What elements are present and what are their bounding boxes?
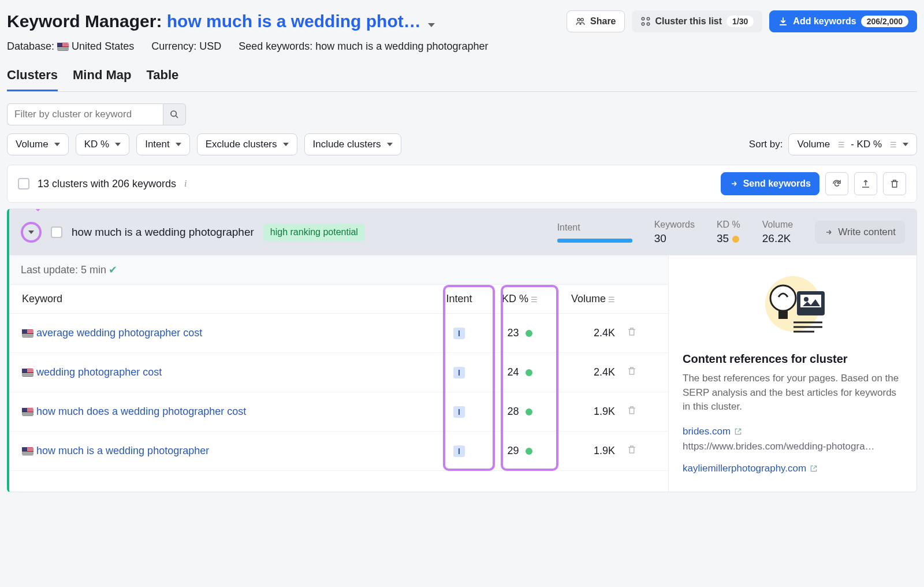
sort-desc-icon: ☰	[838, 140, 845, 149]
database-value: United States	[72, 40, 134, 52]
intent-stat-label: Intent	[557, 222, 632, 233]
filter-search-button[interactable]	[163, 103, 186, 125]
volume-value: 1.9K	[552, 406, 627, 418]
refresh-button[interactable]	[825, 172, 848, 195]
arrow-icon	[729, 179, 739, 188]
chevron-down-icon	[54, 143, 60, 146]
kd-dot-icon	[732, 236, 739, 243]
col-kd[interactable]: KD %☰	[488, 293, 552, 305]
us-flag-icon	[57, 43, 69, 51]
kd-value: 23	[507, 327, 519, 339]
keyword-link[interactable]: how much does a wedding photographer cos…	[36, 406, 246, 417]
cluster-icon	[640, 16, 651, 27]
volume-value: 1.9K	[552, 445, 627, 457]
content-illustration	[683, 269, 903, 341]
share-button[interactable]: Share	[567, 10, 624, 32]
list-name-link[interactable]: how much is a wedding phot…	[167, 12, 421, 31]
page-title-prefix: Keyword Manager:	[7, 12, 162, 31]
volume-value: 2.4K	[552, 327, 627, 339]
sort-by-label: Sort by:	[749, 139, 783, 150]
row-delete-button[interactable]	[627, 405, 655, 418]
keyword-link[interactable]: average wedding photographer cost	[36, 327, 202, 339]
table-row: average wedding photographer cost I 23 2…	[9, 314, 668, 353]
us-flag-icon	[22, 329, 33, 337]
cluster-badge: 1/30	[726, 16, 754, 27]
chevron-down-icon	[387, 143, 393, 146]
volume-value: 2.4K	[552, 366, 627, 378]
tab-mindmap[interactable]: Mind Map	[73, 64, 131, 91]
volume-filter[interactable]: Volume	[7, 133, 69, 155]
row-delete-button[interactable]	[627, 444, 655, 458]
seed-label: Seed keywords:	[239, 40, 312, 52]
cluster-name: how much is a wedding photographer	[72, 226, 254, 239]
info-icon[interactable]: i	[184, 179, 187, 189]
keyword-link[interactable]: how much is a wedding photographer	[36, 445, 209, 456]
currency-label: Currency:	[151, 40, 196, 52]
reference-link[interactable]: kayliemillerphotography.com	[683, 463, 903, 474]
expand-cluster-toggle[interactable]	[21, 222, 42, 243]
content-references-title: Content references for cluster	[683, 352, 903, 366]
keyword-link[interactable]: wedding photographer cost	[36, 366, 162, 378]
clusters-summary: 13 clusters with 206 keywords	[38, 178, 176, 190]
kd-dot-icon	[526, 448, 532, 455]
row-delete-button[interactable]	[627, 326, 655, 340]
reference-url: https://www.brides.com/wedding-photogra…	[683, 441, 903, 452]
intent-chip: I	[453, 367, 465, 378]
svg-point-1	[581, 18, 584, 21]
reference-link[interactable]: brides.com	[683, 426, 903, 437]
sort-icon: ☰	[608, 295, 615, 304]
kd-dot-icon	[526, 330, 532, 337]
add-keywords-button[interactable]: Add keywords 206/2,000	[769, 10, 917, 32]
intent-chip: I	[453, 445, 465, 457]
seed-value: how much is a wedding photographer	[315, 40, 488, 52]
download-icon	[778, 16, 788, 27]
list-dropdown-chevron-icon[interactable]	[428, 23, 435, 27]
cluster-checkbox[interactable]	[51, 226, 62, 238]
table-row: how much does a wedding photographer cos…	[9, 392, 668, 432]
include-clusters-filter[interactable]: Include clusters	[304, 133, 401, 155]
row-delete-button[interactable]	[627, 366, 655, 379]
delete-button[interactable]	[883, 172, 906, 195]
chevron-down-icon	[115, 143, 121, 146]
kd-filter[interactable]: KD %	[76, 133, 129, 155]
external-link-icon	[734, 428, 742, 436]
col-volume[interactable]: Volume☰	[552, 293, 627, 305]
volume-stat-label: Volume	[762, 220, 793, 230]
ranking-potential-badge: high ranking potential	[263, 224, 365, 241]
check-icon: ✔	[109, 264, 117, 276]
export-button[interactable]	[854, 172, 877, 195]
exclude-clusters-filter[interactable]: Exclude clusters	[197, 133, 297, 155]
kd-dot-icon	[526, 369, 532, 376]
col-keyword[interactable]: Keyword	[22, 293, 430, 305]
send-keywords-button[interactable]: Send keywords	[721, 172, 819, 195]
write-content-button[interactable]: Write content	[815, 221, 905, 244]
trash-icon	[627, 326, 637, 337]
search-icon	[170, 110, 179, 119]
sort-icon: ☰	[531, 295, 538, 304]
trash-icon	[889, 179, 900, 189]
us-flag-icon	[22, 408, 33, 416]
external-link-icon	[810, 465, 818, 473]
database-label: Database:	[7, 40, 54, 52]
keywords-stat-label: Keywords	[654, 220, 695, 230]
upload-icon	[860, 179, 871, 189]
intent-bar	[557, 239, 632, 243]
volume-stat-value: 26.2K	[762, 232, 793, 245]
svg-point-6	[171, 111, 176, 116]
kd-stat-value: 35	[717, 232, 729, 244]
tab-clusters[interactable]: Clusters	[7, 64, 58, 91]
chevron-down-icon	[176, 143, 181, 146]
kd-value: 24	[507, 366, 519, 378]
kd-stat-label: KD %	[717, 220, 740, 230]
intent-filter[interactable]: Intent	[136, 133, 190, 155]
sort-dropdown[interactable]: Volume☰ - KD %☰	[788, 133, 917, 155]
select-all-checkbox[interactable]	[18, 178, 29, 190]
people-icon	[575, 16, 586, 27]
tab-table[interactable]: Table	[146, 64, 178, 91]
svg-point-8	[770, 285, 796, 311]
trash-icon	[627, 366, 637, 376]
filter-input[interactable]	[7, 103, 163, 125]
cluster-list-button[interactable]: Cluster this list 1/30	[632, 10, 763, 32]
add-keywords-badge: 206/2,000	[861, 16, 908, 27]
col-intent[interactable]: Intent	[430, 293, 488, 305]
